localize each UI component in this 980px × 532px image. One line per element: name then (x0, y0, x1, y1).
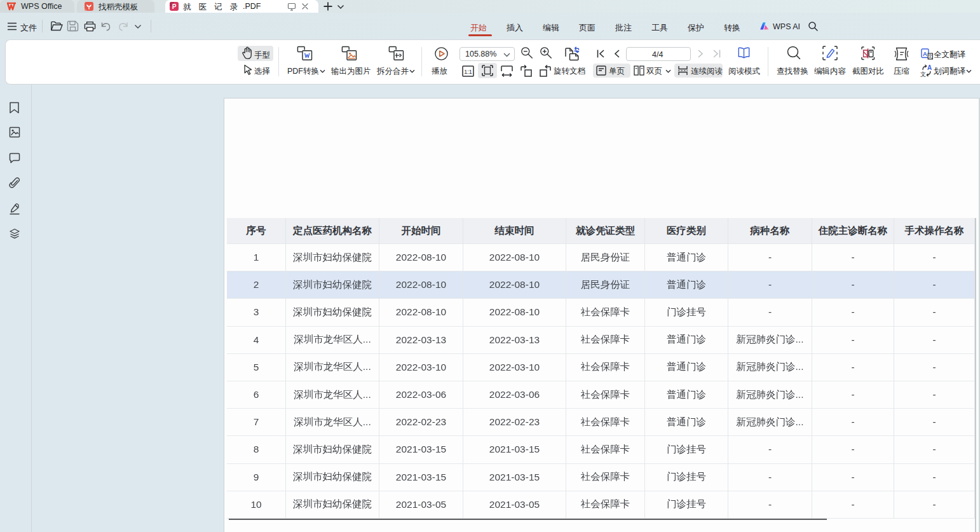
svg-text:A: A (923, 50, 927, 57)
svg-text:1:1: 1:1 (464, 69, 472, 75)
svg-text:文: 文 (920, 71, 926, 77)
svg-text:A: A (927, 64, 932, 71)
svg-text:文: 文 (928, 53, 932, 58)
